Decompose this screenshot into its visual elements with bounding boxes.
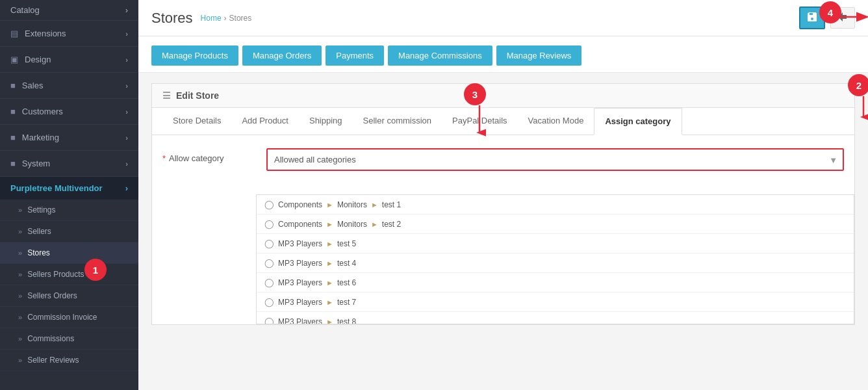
sidebar-item-customers[interactable]: ■ Customers › — [0, 99, 138, 125]
marketing-label: Marketing — [22, 133, 59, 142]
sidebar-item-marketing[interactable]: ■ Marketing › — [0, 125, 138, 151]
system-icon: ■ — [10, 159, 16, 168]
list-item[interactable]: ◯ MP3 Players ► test 7 — [257, 292, 854, 312]
arrow-icon: ► — [326, 279, 333, 287]
bullet-icon: » — [18, 313, 22, 321]
tab-add-product[interactable]: Add Product — [231, 108, 299, 135]
category-item-leaf: test 7 — [337, 298, 356, 307]
list-item[interactable]: ◯ MP3 Players ► test 4 — [257, 254, 854, 273]
customers-label: Customers — [22, 107, 63, 116]
store-tabs: Store Details Add Product Shipping Selle… — [152, 108, 854, 135]
allow-category-wrapper: Allowed all categories ▼ — [266, 148, 844, 171]
category-item-text: Components — [278, 200, 322, 209]
page-title: Stores — [151, 10, 193, 27]
category-item-sub: Monitors — [337, 200, 367, 209]
save-icon — [807, 12, 817, 22]
chevron-right-icon: › — [125, 160, 128, 168]
chevron-right-icon: › — [125, 108, 128, 116]
manage-reviews-button[interactable]: Manage Reviews — [496, 46, 582, 66]
marketing-icon: ■ — [10, 133, 16, 142]
payments-button[interactable]: Payments — [326, 46, 384, 66]
commissions-label: Commissions — [27, 334, 74, 343]
arrow-icon: ► — [326, 220, 333, 228]
breadcrumb-current: Stores — [229, 14, 252, 23]
category-item-text: MP3 Players — [278, 317, 322, 325]
sales-label: Sales — [22, 81, 44, 90]
sidebar-item-sellers-orders[interactable]: » Sellers Orders — [0, 285, 138, 307]
category-item-text: MP3 Players — [278, 278, 322, 287]
sidebar-item-system[interactable]: ■ System › — [0, 151, 138, 177]
bullet-icon: » — [18, 270, 22, 278]
allow-category-label: * Allow category — [162, 148, 266, 163]
sidebar-item-commissions[interactable]: » Commissions — [0, 328, 138, 350]
category-item-leaf: test 6 — [337, 278, 356, 287]
list-item[interactable]: ◯ Components ► Monitors ► test 2 — [257, 214, 854, 234]
sidebar-item-sales[interactable]: ■ Sales › — [0, 73, 138, 99]
bullet-icon: » — [18, 356, 22, 364]
list-item[interactable]: ◯ Components ► Monitors ► test 1 — [257, 195, 854, 214]
breadcrumb-home[interactable]: Home — [201, 14, 222, 23]
list-item[interactable]: ◯ MP3 Players ► test 5 — [257, 234, 854, 254]
arrow-icon: ► — [326, 240, 333, 248]
arrow-icon: ► — [326, 318, 333, 325]
sidebar-item-purpletree[interactable]: Purpletree Multivendor › — [0, 177, 138, 200]
minus-icon: ◯ — [264, 297, 274, 307]
category-item-leaf: test 8 — [337, 317, 356, 325]
page-header: Stores Home › Stores 4 — [138, 0, 868, 36]
sellers-label: Sellers — [27, 227, 51, 236]
sidebar-item-settings[interactable]: » Settings — [0, 200, 138, 221]
bullet-icon: » — [18, 206, 22, 214]
annotation-number-1: 1 — [84, 259, 107, 281]
arrow-icon: ► — [326, 259, 333, 267]
bullet-icon: » — [18, 292, 22, 300]
sidebar-item-sellers-products[interactable]: » Sellers Products — [0, 264, 138, 285]
sellers-products-label: Sellers Products — [27, 270, 84, 279]
sidebar-item-design[interactable]: ▣ Design › — [0, 47, 138, 73]
category-item-text: Components — [278, 220, 322, 229]
toolbar: Manage Products Manage Orders Payments M… — [138, 36, 868, 73]
sidebar-item-seller-reviews[interactable]: » Seller Reviews — [0, 350, 138, 371]
bullet-icon: » — [18, 335, 22, 343]
category-item-leaf: test 5 — [337, 239, 356, 248]
chevron-right-icon: › — [125, 56, 128, 64]
tab-assign-category[interactable]: Assign category — [594, 108, 682, 135]
list-item[interactable]: ◯ MP3 Players ► test 6 — [257, 273, 854, 292]
tab-vacation-mode[interactable]: Vacation Mode — [518, 108, 594, 135]
extensions-label: Extensions — [25, 29, 66, 38]
list-icon: ☰ — [162, 90, 171, 101]
minus-icon: ◯ — [264, 219, 274, 229]
tab-store-details[interactable]: Store Details — [162, 108, 231, 135]
sidebar-item-stores[interactable]: » Stores — [0, 242, 138, 264]
category-item-text: MP3 Players — [278, 239, 322, 248]
customers-icon: ■ — [10, 107, 16, 116]
minus-icon: ◯ — [264, 200, 274, 209]
settings-label: Settings — [27, 205, 55, 214]
tab-paypal-details[interactable]: PayPal Details — [442, 108, 518, 135]
chevron-right-icon: › — [125, 30, 128, 38]
minus-icon: ◯ — [264, 317, 274, 324]
arrow-annotation-2 — [857, 96, 868, 122]
category-item-leaf: test 4 — [337, 259, 356, 268]
tab-seller-commission[interactable]: Seller commission — [353, 108, 442, 135]
manage-products-button[interactable]: Manage Products — [151, 46, 238, 66]
manage-orders-button[interactable]: Manage Orders — [242, 46, 322, 66]
sidebar: Catalog › ▤ Extensions › ▣ Design › ■ Sa… — [0, 0, 138, 390]
sidebar-item-sellers[interactable]: » Sellers — [0, 221, 138, 242]
chevron-right-icon: › — [125, 82, 128, 90]
category-item-text: MP3 Players — [278, 298, 322, 307]
edit-store-card: ☰ Edit Store Store Details Add Product S… — [151, 83, 855, 325]
allow-category-select[interactable]: Allowed all categories — [268, 150, 843, 170]
sidebar-item-extensions[interactable]: ▤ Extensions › — [0, 21, 138, 47]
category-item-text: MP3 Players — [278, 259, 322, 268]
sellers-orders-label: Sellers Orders — [27, 291, 77, 300]
sidebar-item-catalog[interactable]: Catalog › — [0, 0, 138, 21]
commission-invoice-label: Commission Invoice — [27, 313, 97, 322]
bullet-icon: » — [18, 249, 22, 257]
system-label: System — [22, 159, 50, 168]
allow-category-select-wrapper: Allowed all categories ▼ — [268, 150, 843, 170]
tab-shipping[interactable]: Shipping — [299, 108, 353, 135]
manage-commissions-button[interactable]: Manage Commissions — [388, 46, 492, 66]
sales-icon: ■ — [10, 81, 16, 90]
sidebar-item-commission-invoice[interactable]: » Commission Invoice — [0, 307, 138, 328]
list-item[interactable]: ◯ MP3 Players ► test 8 — [257, 312, 854, 324]
